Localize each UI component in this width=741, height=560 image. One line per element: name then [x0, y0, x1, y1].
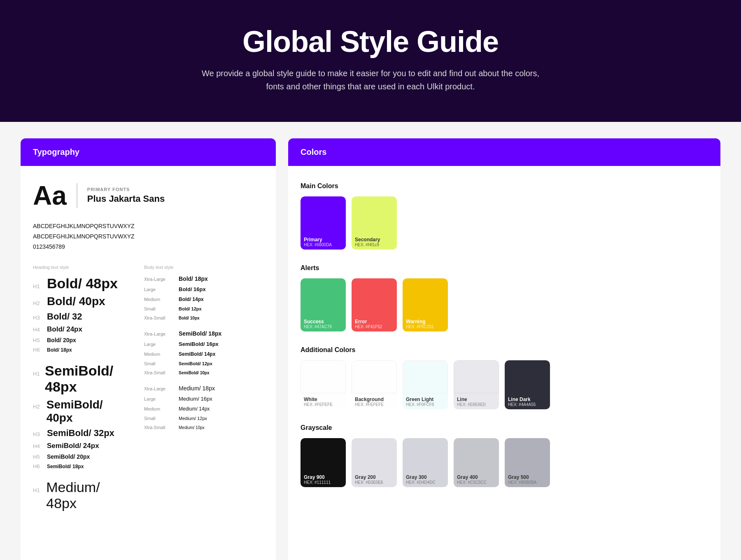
- primary-hex: HEX: #6600DA: [304, 243, 343, 247]
- h2-bold-label: Bold/ 40px: [47, 295, 105, 308]
- gray400-name: Gray 400: [457, 474, 496, 480]
- alerts-swatches: Success HEX: #47AC79 Error HEX: #F41F52: [301, 278, 708, 331]
- main-colors-title: Main Colors: [301, 182, 708, 190]
- linedark-hex: HEX: #4A4A55: [508, 402, 547, 407]
- grayscale-title: Grayscale: [301, 424, 708, 432]
- h6-semi-label: SemiBold/ 18px: [47, 464, 84, 469]
- page-subtitle: We provide a global style guide to make …: [193, 67, 548, 93]
- background-info: Background HEX: #FEFEFE: [352, 393, 397, 409]
- success-info: Success HEX: #47AC79: [301, 315, 346, 331]
- error-name: Error: [355, 319, 394, 324]
- error-color-block: [352, 278, 397, 315]
- warning-swatch: Warning HEX: #F5C201: [403, 278, 448, 331]
- bold-headings-group: H1 Bold/ 48px H2 Bold/ 40px H3 Bold/ 32: [33, 275, 128, 353]
- h5-semi-label: SemiBold/ 20px: [47, 453, 90, 460]
- primary-color-block: [301, 196, 346, 233]
- greenlight-hex: HEX: #F0FCF8: [406, 402, 445, 407]
- colors-card: Colors Main Colors Primary HEX: #6600DA: [288, 138, 720, 560]
- h1-med-label: Medium/ 48px: [46, 479, 128, 511]
- page-header: Global Style Guide We provide a global s…: [0, 0, 741, 122]
- gray200-info: Gray 200 HEX: #E0E0E6: [352, 471, 397, 487]
- body-column: Body text style Xtra-Large Bold/ 18px La…: [144, 265, 263, 515]
- gray300-info: Gray 300 HEX: #D4D4DC: [403, 471, 448, 487]
- line-swatch: Line HEX: #E8E8ED: [454, 360, 499, 409]
- grayscale-section: Grayscale Gray 900 HEX: #111111 Gray 200: [301, 424, 708, 487]
- h6-bold-label: Bold/ 18px: [47, 347, 72, 353]
- text-styles: Heading text style H1 Bold/ 48px H2 Bold…: [33, 265, 263, 515]
- alphabet-display: ABCDEFGHIJKLMNOPQRSTUVWXYZ ABCDEFGHIJKLM…: [33, 221, 263, 252]
- h1-num: H1: [33, 283, 43, 289]
- background-color-block: [352, 360, 397, 393]
- h1-bold-label: Bold/ 48px: [47, 275, 118, 292]
- main-colors-swatches: Primary HEX: #6600DA Secondary HEX: #f4f…: [301, 196, 708, 250]
- gray400-hex: HEX: #C5C5CC: [457, 480, 496, 485]
- h4-semi-label: SemiBold/ 24px: [47, 442, 99, 450]
- success-hex: HEX: #47AC79: [304, 324, 343, 329]
- gray400-color-block: [454, 438, 499, 471]
- white-swatch: White HEX: #FEFEFE: [301, 360, 346, 409]
- secondary-hex: HEX: #f4f1c9: [355, 243, 394, 247]
- white-info: White HEX: #FEFEFE: [301, 393, 346, 409]
- body-semibold-group: Xtra-Large SemiBold/ 18px Large SemiBold…: [144, 330, 263, 377]
- font-label: PRIMARY FONTS: [87, 187, 165, 192]
- h4-bold-label: Bold/ 24px: [47, 325, 82, 334]
- body-bold-group: Xtra-Large Bold/ 18px Large Bold/ 16px M…: [144, 275, 263, 322]
- line-info: Line HEX: #E8E8ED: [454, 393, 499, 409]
- gray300-name: Gray 300: [406, 474, 445, 480]
- h2-semi-row: H2 SemiBold/ 40px: [33, 398, 128, 425]
- body-semi-md: Medium SemiBold/ 14px: [144, 351, 263, 357]
- linedark-color-block: [505, 360, 550, 393]
- body-semi-xs: Xtra-Small SemiBold/ 10px: [144, 370, 263, 375]
- body-semi-xl: Xtra-Large SemiBold/ 18px: [144, 330, 263, 337]
- white-color-block: [301, 360, 346, 393]
- gray500-hex: HEX: #B0B0BA: [508, 480, 547, 485]
- h1-med-row: H1 Medium/ 48px: [33, 479, 128, 511]
- h6-semi-row: H6 SemiBold/ 18px: [33, 463, 128, 469]
- gray200-color-block: [352, 438, 397, 471]
- linedark-name: Line Dark: [508, 397, 547, 402]
- gray400-info: Gray 400 HEX: #C5C5CC: [454, 471, 499, 487]
- h5-bold-row: H5 Bold/ 20px: [33, 337, 128, 343]
- h3-semi-row: H3 SemiBold/ 32px: [33, 428, 128, 439]
- body-bold-xs: Xtra-Small Bold/ 10px: [144, 315, 263, 320]
- alerts-title: Alerts: [301, 264, 708, 272]
- page-title: Global Style Guide: [16, 25, 725, 58]
- white-name: White: [304, 397, 343, 402]
- body-med-xs: Xtra-Small Medium/ 10px: [144, 425, 263, 430]
- typography-title: Typography: [33, 147, 263, 157]
- gray300-color-block: [403, 438, 448, 471]
- gray500-info: Gray 500 HEX: #B0B0BA: [505, 471, 550, 487]
- gray400-swatch: Gray 400 HEX: #C5C5CC: [454, 438, 499, 487]
- linedark-info: Line Dark HEX: #4A4A55: [505, 393, 550, 409]
- line-color-block: [454, 360, 499, 393]
- greenlight-info: Green Light HEX: #F0FCF8: [403, 393, 448, 409]
- body-semi-sm: Small SemiBold/ 12px: [144, 361, 263, 366]
- background-swatch: Background HEX: #FEFEFE: [352, 360, 397, 409]
- h1-bold-row: H1 Bold/ 48px: [33, 275, 128, 292]
- background-hex: HEX: #FEFEFE: [355, 402, 394, 407]
- main-colors-section: Main Colors Primary HEX: #6600DA Seconda…: [301, 182, 708, 250]
- font-name: Plus Jakarta Sans: [87, 194, 165, 204]
- warning-hex: HEX: #F5C201: [406, 324, 445, 329]
- h4-bold-row: H4 Bold/ 24px: [33, 325, 128, 334]
- success-color-block: [301, 278, 346, 315]
- background-name: Background: [355, 397, 394, 402]
- secondary-swatch: Secondary HEX: #f4f1c9: [352, 196, 397, 250]
- font-sample: Aa: [33, 182, 67, 209]
- gray900-info: Gray 900 HEX: #111111: [301, 471, 346, 487]
- secondary-color-block: [352, 196, 397, 233]
- gray900-color-block: [301, 438, 346, 471]
- h1-semi-row: H1 SemiBold/ 48px: [33, 363, 128, 395]
- colors-body: Main Colors Primary HEX: #6600DA Seconda…: [288, 166, 720, 560]
- error-swatch: Error HEX: #F41F52: [352, 278, 397, 331]
- secondary-name: Secondary: [355, 237, 394, 243]
- semibold-headings-group: H1 SemiBold/ 48px H2 SemiBold/ 40px H3 S…: [33, 363, 128, 469]
- gray500-name: Gray 500: [508, 474, 547, 480]
- h3-bold-row: H3 Bold/ 32: [33, 311, 128, 322]
- line-hex: HEX: #E8E8ED: [457, 402, 496, 407]
- medium-headings-group: H1 Medium/ 48px: [33, 479, 128, 511]
- body-bold-md: Medium Bold/ 14px: [144, 296, 263, 302]
- body-semi-lg: Large SemiBold/ 16px: [144, 341, 263, 347]
- font-info: PRIMARY FONTS Plus Jakarta Sans: [87, 187, 165, 204]
- typography-body: Aa PRIMARY FONTS Plus Jakarta Sans ABCDE…: [21, 166, 276, 560]
